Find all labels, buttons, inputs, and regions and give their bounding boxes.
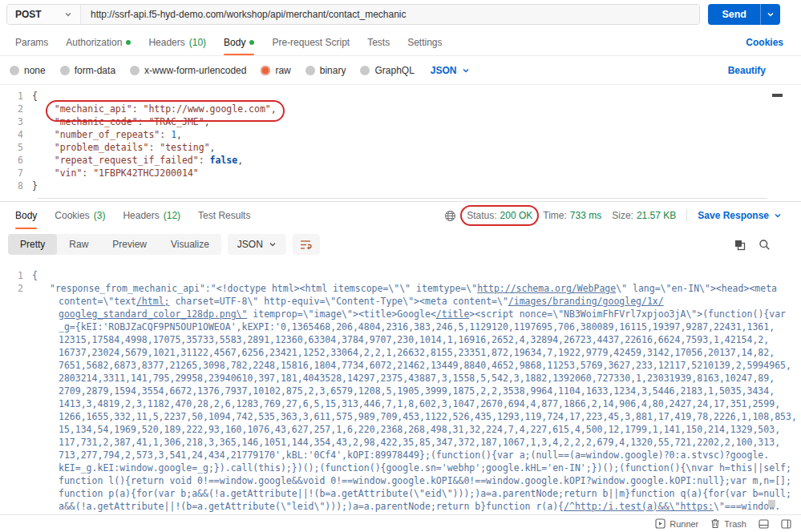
side-panel-button[interactable] [781, 519, 791, 529]
tab-headers[interactable]: Headers (10) [140, 29, 215, 55]
radio-circle [130, 66, 140, 75]
radio-circle [305, 66, 315, 75]
right-panel-icon [781, 519, 791, 529]
tab-response-headers[interactable]: Headers (12) [114, 202, 189, 229]
view-pretty-button[interactable]: Pretty [8, 234, 57, 255]
request-url-bar: POST http://ssrf-api.f5-hyd-demo.com/wor… [0, 0, 801, 29]
response-meta: Status: 200 OK Time: 733 ms Size: 21.57 … [444, 202, 795, 229]
trash-button[interactable]: Trash [710, 518, 746, 529]
url-group: POST http://ssrf-api.f5-hyd-demo.com/wor… [6, 4, 700, 25]
radio-circle [60, 66, 70, 75]
wrap-text-icon [300, 240, 312, 250]
response-tabs: Body Cookies (3) Headers (12) Test Resul… [0, 202, 801, 229]
view-visualize-button[interactable]: Visualize [159, 234, 221, 255]
chevron-down-icon [774, 212, 782, 220]
request-tabs: Params Authorization Headers (10) Body P… [0, 29, 801, 56]
radio-none[interactable]: none [10, 65, 46, 76]
method-label: POST [15, 9, 42, 20]
radio-circle-selected [261, 66, 270, 75]
response-body-viewer[interactable]: 1{2"response_from_mechanic_api":"<!docty… [0, 260, 801, 514]
response-code: 1{2"response_from_mechanic_api":"<!docty… [0, 269, 801, 513]
runner-button[interactable]: Runner [655, 518, 698, 529]
view-raw-button[interactable]: Raw [57, 234, 100, 255]
tab-tests[interactable]: Tests [358, 29, 398, 55]
scrollbar-thumb[interactable] [772, 94, 783, 97]
send-button-group: Send [708, 4, 780, 25]
save-response-button[interactable]: Save Response [698, 210, 782, 221]
copy-icon[interactable] [734, 239, 746, 251]
headers-count: (10) [189, 37, 206, 48]
radio-raw[interactable]: raw [261, 65, 290, 76]
chevron-down-icon [269, 240, 277, 248]
tab-response-body[interactable]: Body [6, 202, 46, 229]
tab-params[interactable]: Params [6, 29, 57, 55]
globe-icon [444, 210, 456, 222]
status-bar: Runner Trash [0, 514, 801, 532]
green-status-dot [126, 40, 131, 45]
cookies-count: (3) [94, 210, 106, 221]
console-panel-button[interactable] [759, 519, 769, 529]
radio-graphql[interactable]: GraphQL [360, 65, 414, 76]
scrollbar-corner[interactable] [768, 500, 775, 507]
tab-settings[interactable]: Settings [398, 29, 451, 55]
time-badge: Time: 733 ms [543, 210, 601, 221]
editor-divider [38, 198, 767, 199]
send-options-button[interactable] [760, 4, 780, 25]
radio-x-www-form-urlencoded[interactable]: x-www-form-urlencoded [130, 65, 246, 76]
request-body-editor[interactable]: 1{2 "mechanic_api": "http://www.google.c… [0, 85, 801, 202]
request-code: 1{2 "mechanic_api": "http://www.google.c… [0, 90, 801, 192]
green-status-dot [249, 40, 254, 45]
response-headers-count: (12) [164, 210, 180, 221]
url-input[interactable]: http://ssrf-api.f5-hyd-demo.com/workshop… [81, 5, 699, 24]
send-button[interactable]: Send [708, 4, 760, 25]
search-icon[interactable] [759, 239, 771, 251]
response-tools [734, 239, 771, 251]
cookies-link[interactable]: Cookies [746, 29, 783, 55]
body-type-row: none form-data x-www-form-urlencoded raw… [0, 56, 801, 85]
method-dropdown[interactable]: POST [7, 5, 81, 24]
radio-binary[interactable]: binary [305, 65, 346, 76]
size-badge: Size: 21.57 KB [612, 210, 676, 221]
chevron-down-icon [767, 10, 775, 18]
body-format-dropdown[interactable]: JSON [431, 65, 470, 76]
radio-form-data[interactable]: form-data [60, 65, 115, 76]
divider [686, 209, 687, 222]
response-format-dropdown[interactable]: JSON [228, 234, 286, 255]
tab-authorization[interactable]: Authorization [57, 29, 140, 55]
response-toolbar: Pretty Raw Preview Visualize JSON [0, 229, 801, 260]
runner-icon [655, 518, 665, 529]
view-switcher: Pretty Raw Preview Visualize [8, 234, 221, 255]
postman-window: POST http://ssrf-api.f5-hyd-demo.com/wor… [0, 0, 801, 532]
radio-circle [10, 66, 19, 75]
tab-response-cookies[interactable]: Cookies (3) [46, 202, 114, 229]
radio-circle [360, 66, 370, 75]
tab-test-results[interactable]: Test Results [189, 202, 259, 229]
beautify-link[interactable]: Beautify [728, 65, 766, 76]
tab-body[interactable]: Body [215, 29, 263, 55]
tab-pre-request-script[interactable]: Pre-request Script [263, 29, 358, 55]
wrap-text-button[interactable] [293, 234, 320, 255]
trash-icon [710, 518, 720, 529]
chevron-down-icon [462, 66, 470, 75]
bottom-panel-icon [759, 519, 769, 529]
status-badge: Status: 200 OK [467, 210, 532, 221]
chevron-down-icon [64, 10, 72, 18]
view-preview-button[interactable]: Preview [100, 234, 159, 255]
